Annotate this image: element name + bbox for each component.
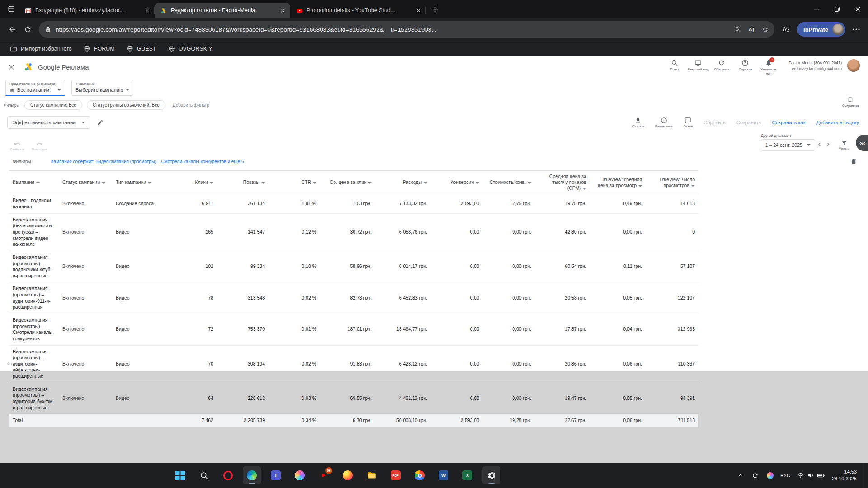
close-window-button[interactable] [847, 0, 868, 18]
column-header[interactable]: Ср. цена за клик [320, 171, 375, 194]
table-row[interactable]: Видео - подписки на каналВключеноСоздани… [9, 194, 698, 213]
redo-button[interactable]: Повторить [32, 141, 47, 151]
save-as-button[interactable]: Сохранить как [772, 120, 806, 125]
taskbar-chrome-icon[interactable] [410, 466, 429, 484]
topbar-search-button[interactable]: Поиск [663, 58, 686, 75]
topbar-appearance-button[interactable]: Внешний вид [686, 58, 710, 75]
read-aloud-icon[interactable]: A) [745, 23, 758, 36]
taskbar-file-explorer-icon[interactable] [363, 466, 381, 484]
schedule-button[interactable]: Расписание [655, 117, 673, 128]
taskbar-edge-icon[interactable] [243, 466, 261, 484]
account-info[interactable]: Factor-Media (304-091-2041) embozzy.fact… [788, 60, 842, 71]
topbar-refresh-button[interactable]: Обновить [710, 58, 733, 75]
table-cell[interactable]: Видеокампания (просмотры) – аудитория-бу… [9, 383, 59, 414]
inprivate-badge[interactable]: InPrivate [797, 22, 845, 37]
table-cell[interactable]: Видеокампания (просмотры) – подписчики-ю… [9, 251, 59, 282]
column-header[interactable]: Тип кампании [112, 171, 165, 194]
column-header[interactable]: Стоимость/конв. [483, 171, 535, 194]
browser-tab[interactable]: Promotion details - YouTube Stud... [290, 3, 426, 18]
taskbar-youtube-icon[interactable]: 06 [315, 466, 333, 484]
column-header[interactable]: Конверсии [431, 171, 483, 194]
campaign-selector[interactable]: 7 кампаний Выберите кампанию [71, 80, 133, 96]
table-cell[interactable]: Видео - подписки на канал [9, 194, 59, 213]
table-row[interactable]: Видеокампания (просмотры) – аудитория-бу… [9, 383, 698, 414]
taskbar-clock[interactable]: 14:53 28.10.2025 [832, 469, 857, 483]
hidden-icons-chevron[interactable] [736, 470, 745, 480]
favorites-hub-icon[interactable] [778, 22, 793, 37]
column-header[interactable]: Показы [217, 171, 269, 194]
column-header[interactable]: ↓Клики [165, 171, 217, 194]
topbar-help-button[interactable]: Справка [733, 58, 757, 75]
tray-app-icon[interactable] [765, 470, 775, 480]
url-text[interactable]: https://ads.google.com/aw/reporteditor/v… [56, 26, 731, 33]
reset-button[interactable]: Сбросить [703, 120, 726, 125]
applied-filter-link[interactable]: Кампания содержит: Видеокампания (просмо… [51, 159, 244, 164]
trash-icon[interactable] [850, 158, 857, 165]
taskbar-opera-icon[interactable] [219, 466, 237, 484]
table-row[interactable]: Видеокампания (просмотры) – подписчики-ю… [9, 251, 698, 282]
table-row[interactable]: Видеокампания (просмотры) – Смотрели-кан… [9, 314, 698, 345]
bookmark-item[interactable]: Импорт избранного [5, 43, 76, 54]
column-header[interactable]: TrueView: средняя цена за просмотр [590, 171, 646, 194]
next-range-icon[interactable]: › [824, 140, 832, 151]
table-cell[interactable]: Видеокампания (просмотры) – Смотрели-кан… [9, 314, 59, 345]
back-icon[interactable] [5, 22, 20, 37]
tab-close-icon[interactable] [414, 6, 422, 14]
save-view-button[interactable]: Сохранить [842, 97, 859, 108]
browser-tab[interactable]: Входящие (810) - embozzy.factor... [19, 3, 155, 18]
minimize-button[interactable] [806, 0, 826, 18]
column-header[interactable]: TrueView: число просмотров [646, 171, 698, 194]
tab-close-icon[interactable] [143, 6, 151, 14]
download-button[interactable]: Скачать [632, 117, 644, 128]
save-button[interactable]: Сохранить [736, 120, 761, 125]
add-to-summary-button[interactable]: Добавить в сводку [816, 120, 859, 125]
taskbar-taskbar-search-icon[interactable] [195, 466, 213, 484]
show-desktop-button[interactable] [862, 463, 864, 488]
account-avatar[interactable] [847, 59, 860, 72]
bookmark-item[interactable]: OVGORSKIY [164, 43, 217, 54]
taskbar-word-icon[interactable]: W [434, 466, 453, 484]
prev-range-icon[interactable]: ‹ [815, 140, 824, 151]
table-row[interactable]: Видеокампания (просмотры) – аудитория-91… [9, 282, 698, 314]
browser-avatar[interactable] [832, 24, 844, 35]
feedback-button[interactable]: Отзыв [684, 117, 693, 128]
network-volume-battery[interactable] [795, 469, 827, 481]
zoom-out-icon[interactable] [731, 23, 745, 36]
bookmark-item[interactable]: GUEST [122, 43, 161, 54]
column-header[interactable]: Расходы [375, 171, 431, 194]
report-type-select[interactable]: Эффективность кампании [7, 116, 90, 129]
tab-actions-icon[interactable] [4, 2, 19, 16]
table-row[interactable]: Видеокампания (просмотры) – аудитория-ай… [9, 345, 698, 383]
taskbar-firefox-icon[interactable] [339, 466, 357, 484]
taskbar-excel-icon[interactable]: X [458, 466, 476, 484]
add-filter-button[interactable]: Добавить фильтр [173, 103, 209, 108]
column-header[interactable]: Средняя цена за тысячу показов (CPM) [535, 171, 590, 194]
taskbar-start-button-icon[interactable] [171, 466, 189, 484]
table-cell[interactable]: Видеокампания (без возможности пропуска)… [9, 213, 59, 251]
lock-icon[interactable] [45, 27, 51, 33]
filter-chip[interactable]: Статус кампании: Все [24, 100, 82, 110]
edit-pencil-icon[interactable] [97, 119, 104, 126]
view-selector[interactable]: Представление (2 фильтра) Все кампании [5, 80, 65, 96]
taskbar-red-app-icon[interactable]: POP [387, 466, 405, 484]
taskbar-settings-icon[interactable] [482, 466, 500, 484]
new-tab-button[interactable] [429, 3, 441, 15]
table-cell[interactable]: Видеокампания (просмотры) – аудитория-91… [9, 282, 59, 314]
taskbar-teams-icon[interactable]: T [267, 466, 285, 484]
undo-button[interactable]: Отменить [10, 141, 24, 151]
browser-tab[interactable]: Редактор отчетов - Factor-Media [155, 3, 290, 18]
tab-close-icon[interactable] [278, 6, 287, 14]
language-indicator[interactable]: РУС [780, 473, 790, 478]
favorite-star-icon[interactable] [758, 23, 772, 36]
address-bar[interactable]: https://ads.google.com/aw/reporteditor/v… [39, 21, 774, 38]
date-range-select[interactable]: 1 – 24 сент. 2025 [761, 139, 815, 151]
table-row[interactable]: Видеокампания (без возможности пропуска)… [9, 213, 698, 251]
table-filter-button[interactable]: Фильтр [839, 140, 849, 150]
restore-button[interactable] [826, 0, 847, 18]
taskbar-copilot-icon[interactable] [291, 466, 309, 484]
column-header[interactable]: Статус кампании [59, 171, 112, 194]
bookmark-item[interactable]: FORUM [79, 43, 119, 54]
sync-tray-icon[interactable] [750, 470, 760, 480]
column-header[interactable]: Кампания [9, 171, 59, 194]
filter-chip[interactable]: Статус группы объявлений: Все [87, 100, 165, 110]
